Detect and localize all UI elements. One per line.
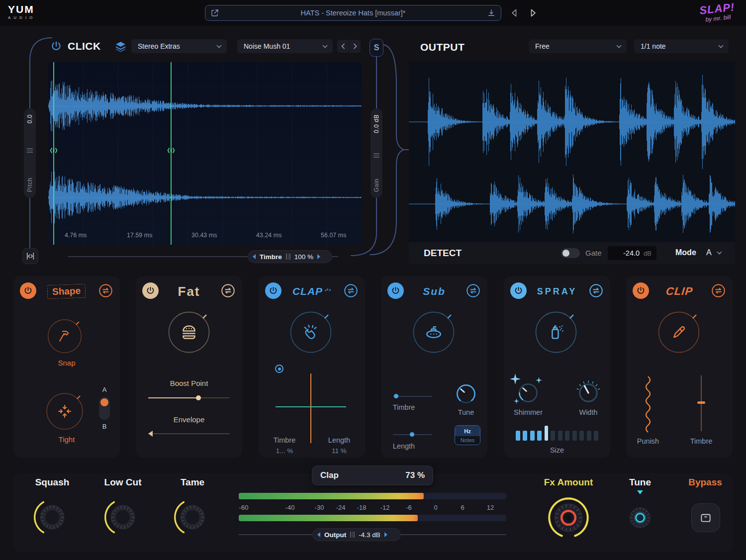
sub-compare-button[interactable] <box>466 283 481 298</box>
pitch-slider[interactable]: 0.0 Pitch <box>24 108 36 198</box>
preset-browser-bar[interactable]: HATS - Stereoize Hats [mussar]* <box>205 5 501 21</box>
ab-swap-icon <box>343 283 359 298</box>
fat-compare-button[interactable] <box>220 283 236 298</box>
gate-unit: dB <box>644 250 652 257</box>
sample-end-marker[interactable] <box>171 62 172 245</box>
click-category-dropdown[interactable]: Stereo Extras <box>131 39 227 53</box>
tame-knob[interactable] <box>172 496 213 538</box>
width-knob[interactable] <box>575 379 602 406</box>
ab-label-b: B <box>99 423 110 430</box>
clap-compare-button[interactable] <box>343 283 359 298</box>
solo-button[interactable]: S <box>370 39 383 57</box>
export-icon[interactable] <box>210 8 219 17</box>
shape-compare-button[interactable] <box>98 283 113 298</box>
sub-length-slider[interactable] <box>393 432 432 437</box>
click-preset-next-button[interactable] <box>349 40 361 53</box>
time-label: 30.43 ms <box>191 232 217 239</box>
slider-track <box>148 433 230 434</box>
gate-toggle[interactable] <box>561 248 580 258</box>
slider-track <box>393 396 432 397</box>
gain-slider[interactable]: 0.0 dB Gain <box>371 108 382 198</box>
clap-mode-indicator[interactable] <box>275 365 283 373</box>
slider-thumb[interactable] <box>394 394 398 398</box>
gate-threshold-field[interactable]: -24.0 dB <box>608 246 656 260</box>
prev-preset-button[interactable] <box>508 6 521 19</box>
sub-tune-knob[interactable] <box>455 383 477 405</box>
bypass-button[interactable] <box>691 503 720 532</box>
slider-grip-icon <box>27 148 33 153</box>
preset-name: HATS - Stereoize Hats [mussar]* <box>219 9 487 17</box>
decrement-arrow-icon[interactable] <box>253 254 256 259</box>
meter-scale-label: -6 <box>406 504 412 511</box>
spray-compare-button[interactable] <box>588 283 604 298</box>
spray-title: SPRAY <box>537 286 577 297</box>
notes-option[interactable]: Notes <box>455 436 480 444</box>
popup-label: Clap <box>320 470 339 480</box>
note-division-dropdown[interactable]: 1/1 note <box>634 39 729 53</box>
snap-knob[interactable] <box>46 318 83 355</box>
sync-mode-dropdown[interactable]: Free <box>529 39 627 53</box>
marker-handle-icon[interactable] <box>50 147 58 154</box>
increment-arrow-icon[interactable] <box>317 254 320 259</box>
level-meter-right <box>239 515 506 521</box>
sub-length-label: Length <box>384 442 424 450</box>
next-triangle-icon <box>527 7 539 19</box>
output-gain-slider[interactable]: Output -4.3 dB <box>312 528 401 541</box>
pitch-value: 0.0 <box>26 114 33 123</box>
output-waveform-display[interactable] <box>409 61 735 242</box>
clap-xy-pad[interactable] <box>276 373 346 443</box>
fat-amount-knob[interactable] <box>167 310 211 355</box>
spray-amount-knob[interactable] <box>534 310 578 355</box>
sub-tune-label: Tune <box>451 408 481 416</box>
next-preset-button[interactable] <box>527 6 540 19</box>
punish-label: Punish <box>628 437 668 445</box>
clip-amount-knob[interactable] <box>656 310 701 355</box>
marker-handle-icon[interactable] <box>167 147 175 154</box>
shape-ab-toggle[interactable] <box>99 397 110 420</box>
clap-amount-knob[interactable] <box>288 310 333 355</box>
meter-scale-label: -12 <box>380 504 390 511</box>
click-preset-prev-button[interactable] <box>337 40 349 53</box>
layers-button[interactable] <box>113 39 127 53</box>
click-preset-dropdown[interactable]: Noise Mush 01 <box>237 39 333 53</box>
logo-top: YUM <box>8 4 35 14</box>
sub-amount-knob[interactable] <box>411 310 456 355</box>
sub-hz-notes-toggle[interactable]: Hz Notes <box>455 425 480 445</box>
mode-dropdown[interactable]: A <box>706 248 722 257</box>
meter-scale-label: -18 <box>357 504 367 511</box>
xy-horizontal-line[interactable] <box>276 406 346 407</box>
mode-value: A <box>706 248 712 257</box>
triangle-thumb[interactable] <box>148 431 153 437</box>
punish-slider[interactable] <box>642 374 654 434</box>
tight-knob[interactable] <box>45 391 85 431</box>
tune-knob[interactable] <box>624 502 656 534</box>
fx-amount-knob[interactable] <box>546 495 591 541</box>
slider-thumb[interactable] <box>410 432 414 437</box>
clip-compare-button[interactable] <box>711 283 726 298</box>
slider-thumb[interactable] <box>697 401 705 404</box>
squash-knob[interactable] <box>31 496 73 538</box>
lowcut-knob[interactable] <box>102 496 144 538</box>
zoom-fit-button[interactable] <box>22 248 38 264</box>
slider-grip-icon <box>373 153 379 158</box>
boost-point-slider[interactable] <box>148 395 230 401</box>
toggle-knob <box>100 398 108 406</box>
sub-timbre-slider[interactable] <box>393 393 432 399</box>
decrement-arrow-icon[interactable] <box>317 532 320 537</box>
click-power-button[interactable] <box>50 40 63 53</box>
slider-thumb[interactable] <box>196 395 201 400</box>
power-icon <box>50 40 62 52</box>
increment-arrow-icon[interactable] <box>384 532 387 537</box>
spray-size-segments[interactable] <box>516 425 598 441</box>
click-waveform-display[interactable]: 4.76 ms 17.59 ms 30.43 ms 43.24 ms 56.07… <box>48 62 362 245</box>
sample-start-marker[interactable] <box>53 62 54 245</box>
bypass-label: Bypass <box>688 477 722 488</box>
clap-length-label: Length <box>319 436 359 444</box>
xy-vertical-line[interactable] <box>310 373 311 443</box>
save-download-icon[interactable] <box>487 8 496 17</box>
shimmer-knob[interactable] <box>517 382 539 404</box>
envelope-slider[interactable] <box>148 431 230 437</box>
click-timbre-slider[interactable]: Timbre 100 % <box>248 250 332 263</box>
clap-timbre-value: 1... % <box>265 447 304 455</box>
hz-option[interactable]: Hz <box>455 426 480 436</box>
